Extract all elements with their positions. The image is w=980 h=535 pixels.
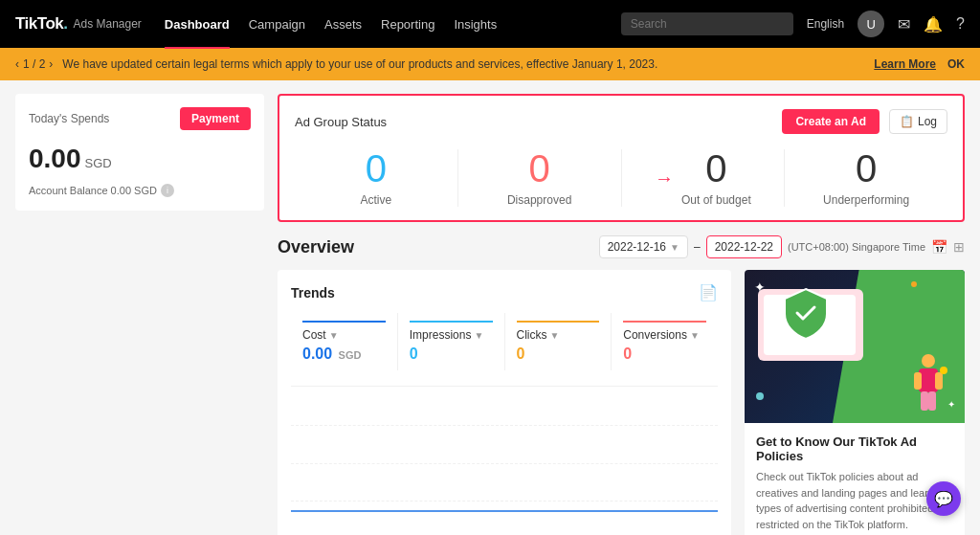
user-avatar[interactable]: U bbox=[858, 11, 884, 37]
dot-green bbox=[756, 392, 764, 400]
date-from-chevron: ▼ bbox=[670, 242, 679, 253]
notif-next-btn[interactable]: › bbox=[49, 57, 53, 71]
today-spends-header: Today's Spends Payment bbox=[29, 107, 251, 130]
nav-reporting[interactable]: Reporting bbox=[381, 13, 434, 35]
cost-unit: SGD bbox=[339, 349, 362, 361]
notification-right: Learn More OK bbox=[874, 57, 965, 71]
character-illustration bbox=[909, 353, 947, 415]
trends-header: Trends 📄 bbox=[291, 283, 718, 301]
create-ad-button[interactable]: Create an Ad bbox=[782, 109, 880, 134]
tiktok-wordmark: TikTok. bbox=[15, 14, 67, 33]
navbar: TikTok. Ads Manager Dashboard Campaign A… bbox=[0, 0, 980, 48]
account-balance: Account Balance 0.00 SGD i bbox=[29, 184, 251, 197]
active-label: Active bbox=[295, 193, 457, 207]
info-icon[interactable]: i bbox=[161, 184, 174, 197]
help-icon[interactable]: ? bbox=[956, 15, 965, 33]
trends-title: Trends bbox=[291, 285, 335, 301]
notification-text: We have updated certain legal terms whic… bbox=[62, 57, 657, 71]
policies-description: Check out TikTok policies about ad creat… bbox=[756, 469, 953, 532]
date-separator: – bbox=[694, 240, 701, 254]
cost-label-text: Cost bbox=[302, 328, 326, 342]
conversions-chevron[interactable]: ▼ bbox=[690, 330, 700, 341]
chat-bubble-btn[interactable]: 💬 bbox=[926, 481, 961, 516]
nav-campaign[interactable]: Campaign bbox=[249, 13, 305, 35]
cost-metric-card: Cost ▼ 0.00 SGD bbox=[291, 313, 398, 370]
out-of-budget-label: Out of budget bbox=[681, 193, 751, 207]
impressions-bar bbox=[410, 321, 493, 323]
notification-left: ‹ 1 / 2 › We have updated certain legal … bbox=[15, 57, 657, 71]
conversions-value: 0 bbox=[623, 346, 706, 363]
svg-point-7 bbox=[940, 367, 947, 374]
left-panel: Today's Spends Payment 0.00 SGD Account … bbox=[15, 94, 264, 535]
notification-learn-more-btn[interactable]: Learn More bbox=[874, 57, 936, 71]
conversions-label: Conversions ▼ bbox=[623, 328, 706, 342]
active-count: 0 bbox=[295, 149, 457, 188]
log-button[interactable]: 📋 Log bbox=[889, 109, 947, 134]
language-selector[interactable]: English bbox=[807, 17, 844, 31]
payment-button[interactable]: Payment bbox=[180, 107, 251, 130]
metric-out-of-budget: 0 Out of budget bbox=[681, 149, 751, 207]
trend-chart-svg bbox=[291, 387, 718, 521]
nav-dashboard[interactable]: Dashboard bbox=[165, 13, 230, 35]
metric-underperforming: 0 Underperforming bbox=[785, 149, 947, 207]
conversions-bar bbox=[623, 321, 706, 323]
sparkle-1: ✦ bbox=[754, 279, 766, 295]
date-to-picker[interactable]: 2022-12-22 bbox=[706, 235, 782, 258]
clicks-value: 0 bbox=[517, 346, 600, 363]
impressions-value: 0 bbox=[410, 346, 493, 363]
underperforming-count: 0 bbox=[785, 149, 947, 188]
arrow-icon: → bbox=[655, 167, 674, 189]
metric-disapproved: 0 Disapproved bbox=[458, 149, 621, 207]
svg-rect-4 bbox=[935, 372, 943, 390]
clicks-bar bbox=[517, 321, 600, 323]
svg-point-1 bbox=[922, 354, 935, 368]
status-metrics: 0 Active 0 Disapproved → 0 Out of budget bbox=[295, 149, 947, 207]
notif-counter: 1 / 2 bbox=[23, 57, 45, 71]
nav-assets[interactable]: Assets bbox=[324, 13, 362, 35]
svg-rect-5 bbox=[921, 391, 928, 411]
cost-chevron[interactable]: ▼ bbox=[329, 330, 339, 341]
out-of-budget-group: → 0 Out of budget bbox=[622, 149, 785, 207]
search-input[interactable] bbox=[621, 12, 793, 35]
ad-group-title: Ad Group Status bbox=[295, 115, 387, 129]
conversions-label-text: Conversions bbox=[623, 328, 687, 342]
sparkle-2: ✦ bbox=[947, 399, 955, 410]
bell-icon[interactable]: 🔔 bbox=[924, 15, 943, 33]
today-spends-card: Today's Spends Payment 0.00 SGD Account … bbox=[15, 94, 264, 211]
metric-active: 0 Active bbox=[295, 149, 457, 207]
policies-content: Get to Know Our TikTok Ad Policies Check… bbox=[745, 423, 965, 535]
nav-insights[interactable]: Insights bbox=[454, 13, 497, 35]
spend-value: 0.00 bbox=[29, 144, 81, 174]
cost-label: Cost ▼ bbox=[302, 328, 386, 342]
clicks-metric-card: Clicks ▼ 0 bbox=[505, 313, 612, 370]
today-spends-label: Today's Spends bbox=[29, 112, 109, 125]
policies-title: Get to Know Our TikTok Ad Policies bbox=[756, 435, 953, 463]
calendar-icon[interactable]: 📅 bbox=[931, 239, 947, 255]
account-balance-label: Account Balance 0.00 SGD bbox=[29, 185, 157, 196]
navbar-right: English U ✉ 🔔 ? bbox=[621, 11, 965, 37]
clicks-label-text: Clicks bbox=[517, 328, 547, 342]
export-icon[interactable]: 📄 bbox=[699, 283, 718, 301]
impressions-chevron[interactable]: ▼ bbox=[474, 330, 483, 341]
table-icon[interactable]: ⊞ bbox=[953, 239, 965, 255]
out-of-budget-count: 0 bbox=[681, 149, 751, 188]
impressions-label: Impressions ▼ bbox=[410, 328, 493, 342]
shield-illustration bbox=[783, 287, 829, 341]
date-from-value: 2022-12-16 bbox=[608, 240, 666, 254]
cost-value: 0.00 SGD bbox=[302, 346, 386, 363]
underperforming-label: Underperforming bbox=[785, 193, 947, 207]
date-range: 2022-12-16 ▼ – 2022-12-22 (UTC+08:00) Si… bbox=[599, 235, 965, 258]
overview-header: Overview 2022-12-16 ▼ – 2022-12-22 (UTC+… bbox=[278, 235, 965, 258]
cost-amount: 0.00 bbox=[302, 346, 332, 362]
timezone-label: (UTC+08:00) Singapore Time bbox=[788, 241, 925, 253]
clicks-chevron[interactable]: ▼ bbox=[550, 330, 560, 341]
trends-panel: Trends 📄 Cost ▼ 0.00 SGD bbox=[278, 270, 731, 535]
ad-group-header: Ad Group Status Create an Ad 📋 Log bbox=[295, 109, 947, 134]
date-from-picker[interactable]: 2022-12-16 ▼ bbox=[599, 235, 688, 258]
log-icon: 📋 bbox=[900, 115, 914, 128]
notification-ok-btn[interactable]: OK bbox=[947, 57, 965, 71]
notif-prev-btn[interactable]: ‹ bbox=[15, 57, 19, 71]
main-content: Today's Spends Payment 0.00 SGD Account … bbox=[0, 80, 980, 535]
notification-bar: ‹ 1 / 2 › We have updated certain legal … bbox=[0, 48, 980, 80]
mail-icon[interactable]: ✉ bbox=[898, 15, 910, 33]
